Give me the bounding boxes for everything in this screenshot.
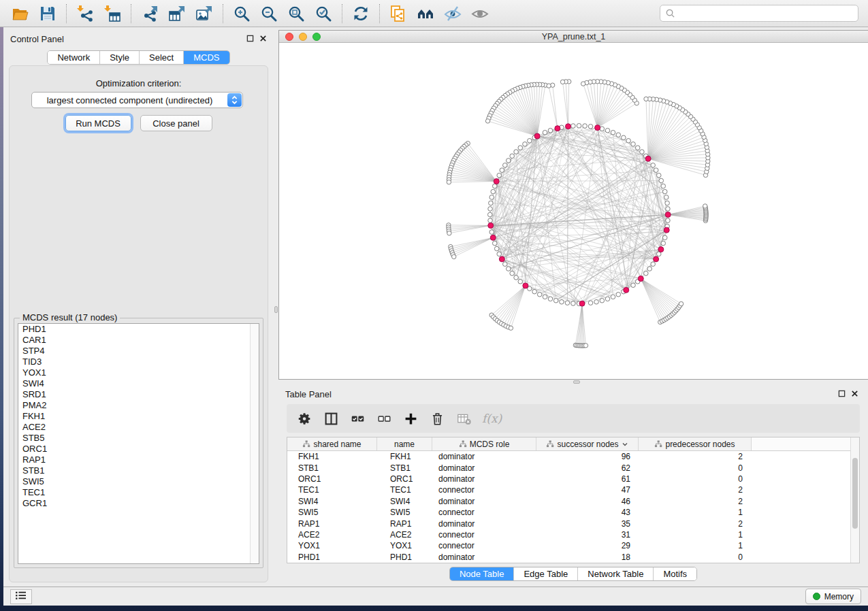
mcds-result-item[interactable]: CAR1 (18, 335, 259, 346)
mcds-result-item[interactable]: SWI4 (18, 378, 259, 389)
import-network-button[interactable] (75, 3, 95, 24)
column-header-predecessor-nodes[interactable]: predecessor nodes (639, 437, 752, 450)
list-icon (15, 591, 27, 603)
column-header-shared-name[interactable]: shared name (287, 437, 377, 450)
table-row[interactable]: YOX1YOX1connector291 (287, 540, 859, 551)
export-image-button[interactable] (194, 3, 214, 24)
horizontal-splitter[interactable] (278, 380, 868, 385)
cell-MCDS-role: connector (432, 530, 536, 540)
search-input[interactable] (679, 9, 853, 18)
mcds-result-item[interactable]: SWI5 (18, 476, 259, 487)
cell-name: RAP1 (377, 519, 432, 529)
create-column-button[interactable] (402, 410, 419, 427)
apply-layout-button[interactable] (351, 3, 371, 24)
network-canvas[interactable] (279, 43, 868, 379)
mcds-result-item[interactable]: FKH1 (18, 411, 259, 422)
tab-style[interactable]: Style (100, 51, 140, 64)
tab-network[interactable]: Network (48, 51, 100, 64)
window-zoom-button[interactable] (312, 33, 321, 41)
mcds-result-item[interactable]: ORC1 (18, 444, 259, 455)
mcds-result-item[interactable]: ACE2 (18, 422, 259, 433)
table-row[interactable]: ORC1ORC1dominator610 (287, 474, 859, 484)
close-panel-icon[interactable] (259, 34, 267, 44)
mcds-result-item[interactable]: STB5 (18, 433, 259, 444)
gear-icon (298, 412, 312, 426)
table-row[interactable]: FKH1FKH1dominator962 (287, 451, 859, 462)
mcds-result-item[interactable]: RAP1 (18, 455, 259, 465)
table-row[interactable]: PHD1PHD1dominator180 (287, 552, 859, 563)
memory-button[interactable]: Memory (805, 589, 861, 604)
tab-motifs[interactable]: Motifs (654, 567, 696, 580)
cell-name: STB1 (377, 463, 432, 473)
cell-successor-nodes: 43 (536, 508, 639, 517)
network-window-titlebar[interactable]: YPA_prune.txt_1 (279, 31, 868, 43)
mcds-result-item[interactable]: STB1 (18, 465, 259, 476)
tab-select[interactable]: Select (140, 51, 184, 64)
table-row[interactable]: SWI4SWI4dominator462 (287, 496, 859, 507)
network-graph[interactable] (279, 43, 868, 379)
export-table-button[interactable] (167, 3, 187, 24)
search-box[interactable] (660, 5, 858, 22)
window-close-button[interactable] (285, 33, 293, 41)
save-session-button[interactable] (37, 3, 58, 24)
zoom-fit-button[interactable] (286, 3, 306, 24)
share-document-icon (389, 5, 407, 22)
scrollbar-thumb[interactable] (852, 458, 858, 529)
open-file-button[interactable] (10, 3, 31, 24)
tab-mcds[interactable]: MCDS (184, 51, 229, 64)
zoom-in-icon (233, 5, 251, 22)
mcds-result-item[interactable]: STP4 (18, 346, 259, 357)
mcds-result-list[interactable]: PHD1CAR1STP4TID3YOX1SWI4SRD1PMA2FKH1ACE2… (18, 323, 259, 564)
select-all-columns-button[interactable] (349, 410, 366, 427)
mcds-result-item[interactable]: SRD1 (18, 389, 259, 400)
window-minimize-button[interactable] (299, 33, 307, 41)
import-table-button[interactable] (102, 3, 123, 24)
run-mcds-button[interactable]: Run MCDS (65, 115, 131, 131)
optimization-criterion-select[interactable]: largest connected component (undirected) (31, 92, 243, 108)
mcds-result-item[interactable]: GCR1 (18, 498, 259, 509)
tab-edge-table[interactable]: Edge Table (514, 567, 578, 580)
export-network-button[interactable] (140, 3, 160, 24)
vertical-splitter[interactable] (274, 30, 278, 587)
hide-selected-button[interactable] (443, 3, 463, 24)
table-scrollbar[interactable] (850, 437, 859, 563)
hierarchy-icon (459, 440, 467, 448)
mcds-list-scrollbar[interactable] (250, 324, 259, 563)
zoom-selected-button[interactable] (313, 3, 334, 24)
first-neighbors-button[interactable] (415, 3, 436, 24)
mcds-result-item[interactable]: YOX1 (18, 367, 259, 378)
close-panel-icon[interactable] (851, 389, 858, 399)
table-settings-button[interactable] (296, 410, 312, 427)
share-network-button[interactable] (388, 3, 408, 24)
hierarchy-icon (654, 440, 662, 448)
column-header-successor-nodes[interactable]: successor nodes (536, 437, 639, 450)
tab-network-table[interactable]: Network Table (578, 567, 654, 580)
cell-shared-name: RAP1 (287, 519, 377, 529)
table-row[interactable]: RAP1RAP1dominator352 (287, 518, 859, 529)
table-header-row: shared namenameMCDS rolesuccessor nodesp… (287, 437, 859, 451)
float-panel-icon[interactable] (838, 389, 846, 399)
mcds-result-item[interactable]: PMA2 (18, 400, 259, 411)
float-panel-icon[interactable] (246, 34, 254, 44)
cell-name: PHD1 (377, 552, 432, 562)
mcds-result-group: MCDS result (17 nodes) PHD1CAR1STP4TID3Y… (14, 318, 263, 568)
zoom-out-button[interactable] (259, 3, 279, 24)
delete-columns-button[interactable] (429, 410, 445, 427)
mcds-result-item[interactable]: TEC1 (18, 487, 259, 498)
unselect-all-columns-button[interactable] (376, 410, 392, 427)
zoom-in-button[interactable] (231, 3, 252, 24)
command-list-button[interactable] (10, 589, 32, 604)
show-columns-button[interactable] (323, 410, 339, 427)
table-row[interactable]: STB1STB1dominator620 (287, 462, 859, 473)
column-header-MCDS-role[interactable]: MCDS role (432, 437, 536, 450)
mcds-result-item[interactable]: PHD1 (18, 324, 259, 335)
mcds-tab-content: Optimization criterion: largest connecte… (9, 65, 268, 582)
mcds-result-item[interactable]: TID3 (18, 357, 259, 367)
table-row[interactable]: ACE2ACE2connector311 (287, 529, 859, 540)
tab-node-table[interactable]: Node Table (450, 567, 515, 580)
table-row[interactable]: SWI5SWI5connector431 (287, 507, 859, 518)
column-header-name[interactable]: name (377, 437, 432, 450)
close-panel-button[interactable]: Close panel (140, 115, 212, 131)
cell-successor-nodes: 31 (536, 530, 639, 540)
table-row[interactable]: TEC1TEC1connector472 (287, 484, 859, 495)
